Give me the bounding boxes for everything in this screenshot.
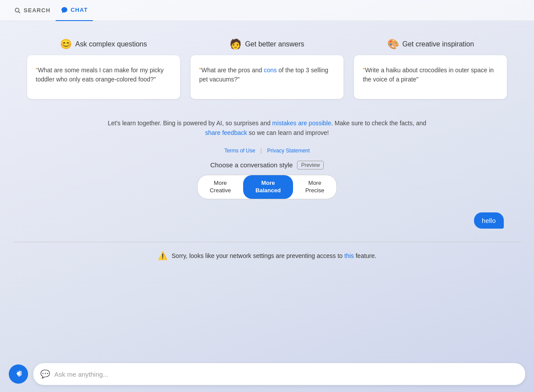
chat-input-container: 💬 (33, 363, 525, 385)
feature-card-1[interactable]: "What are some meals I can make for my p… (27, 55, 180, 99)
warning-icon: ⚠️ (158, 251, 167, 261)
bing-logo-button[interactable] (9, 364, 28, 384)
feature-label-1: Ask complex questions (75, 40, 147, 48)
style-btn-balanced[interactable]: MoreBalanced (243, 175, 293, 199)
feature-emoji-1: 😊 (60, 39, 72, 50)
feature-quote-1: "What are some meals I can make for my p… (36, 66, 171, 84)
preview-badge: Preview (297, 161, 324, 170)
feature-emoji-3: 🎨 (387, 39, 399, 50)
feature-col-1: 😊 Ask complex questions "What are some m… (22, 39, 185, 99)
feature-col-2: 🧑 Get better answers "What are the pros … (185, 39, 349, 99)
message-area: hello (13, 212, 521, 229)
feature-title-2: 🧑 Get better answers (230, 39, 304, 50)
terms-link[interactable]: Terms of Use (224, 148, 255, 154)
feature-label-3: Get creative inspiration (403, 40, 474, 48)
privacy-link[interactable]: Privacy Statement (267, 148, 310, 154)
feature-col-3: 🎨 Get creative inspiration "Write a haik… (349, 39, 512, 99)
svg-point-0 (15, 8, 19, 12)
style-label: Choose a conversation style (210, 161, 293, 169)
feature-title-3: 🎨 Get creative inspiration (387, 39, 474, 50)
svg-line-1 (18, 11, 20, 13)
warning-row: ⚠️ Sorry, looks like your network settin… (149, 247, 385, 265)
info-text: Let's learn together. Bing is powered by… (105, 118, 429, 138)
style-btn-precise[interactable]: MorePrecise (293, 175, 336, 199)
feature-title-1: 😊 Ask complex questions (60, 39, 147, 50)
share-feedback-link[interactable]: share feedback (205, 129, 247, 136)
style-section: Choose a conversation style Preview More… (197, 161, 337, 199)
feature-card-2[interactable]: "What are the pros and cons of the top 3… (191, 55, 343, 99)
user-message-bubble: hello (474, 212, 504, 229)
feature-label-2: Get better answers (245, 40, 304, 48)
terms-divider: | (261, 148, 262, 154)
style-btn-creative[interactable]: MoreCreative (198, 175, 243, 199)
nav-bar: SEARCH CHAT (0, 0, 534, 21)
style-buttons: MoreCreative MoreBalanced MorePrecise (197, 175, 337, 199)
feature-quote-2: "What are the pros and cons of the top 3… (199, 66, 335, 84)
this-link[interactable]: this (344, 252, 354, 259)
feature-quote-3: "Write a haiku about crocodiles in outer… (363, 66, 498, 84)
chat-input-icon: 💬 (40, 369, 50, 379)
feature-card-3[interactable]: "Write a haiku about crocodiles in outer… (354, 55, 507, 99)
bing-logo-icon (14, 369, 23, 379)
search-icon (14, 7, 21, 14)
feature-emoji-2: 🧑 (230, 39, 241, 50)
nav-search-label: SEARCH (24, 7, 50, 14)
nav-chat[interactable]: CHAT (56, 0, 93, 21)
bottom-bar: 💬 (0, 358, 534, 392)
info-section: Let's learn together. Bing is powered by… (96, 118, 438, 138)
style-label-row: Choose a conversation style Preview (210, 161, 324, 170)
nav-chat-label: CHAT (71, 7, 88, 13)
main-content: 😊 Ask complex questions "What are some m… (0, 21, 534, 265)
hr-divider (13, 242, 521, 242)
chat-icon (61, 7, 68, 14)
terms-row: Terms of Use | Privacy Statement (224, 148, 310, 154)
feature-row: 😊 Ask complex questions "What are some m… (13, 39, 521, 99)
chat-input[interactable] (54, 371, 518, 378)
nav-search[interactable]: SEARCH (9, 0, 56, 21)
warning-text: Sorry, looks like your network settings … (172, 252, 376, 259)
